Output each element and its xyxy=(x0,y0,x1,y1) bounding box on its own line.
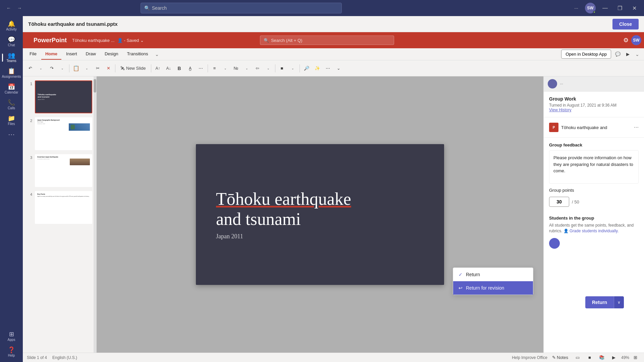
file-header: Tōhoku earthquake and tsunami.pptx Close xyxy=(23,16,644,32)
tab-draw[interactable]: Draw xyxy=(82,49,100,60)
sidebar-item-chat[interactable]: 💬 Chat xyxy=(2,35,21,49)
sidebar-item-calls[interactable]: 📞 Calls xyxy=(2,98,21,112)
fit-slide-button[interactable]: ⊞ xyxy=(631,353,640,362)
undo-dropdown[interactable]: ⌄ xyxy=(36,64,46,73)
user-avatar[interactable]: SW xyxy=(585,3,596,13)
assignment-info-section: Group Work Turned in August 17, 2021 at … xyxy=(544,92,644,117)
numbering-button[interactable]: № xyxy=(231,64,241,73)
chevron-down-icon[interactable]: ⌄ xyxy=(140,38,144,43)
slide-canvas-area: Tōhoku earthquake and tsunami Japan 2011 xyxy=(97,76,543,353)
help-improve-text[interactable]: Help Improve Office xyxy=(512,355,547,360)
slide-thumbnail-2[interactable]: 2 Japan Geographic Background Sea of Jap… xyxy=(25,116,94,152)
return-for-revision-option[interactable]: ↩ Return for revision xyxy=(453,281,533,295)
ppt-user-avatar[interactable]: SW xyxy=(631,35,641,45)
slide-canvas[interactable]: Tōhoku earthquake and tsunami Japan 2011 xyxy=(196,144,444,285)
sidebar-item-files[interactable]: 📁 Files xyxy=(2,113,21,128)
shape-fill-button[interactable]: ■ xyxy=(277,64,287,73)
notes-button[interactable]: ✎ Notes xyxy=(550,353,570,362)
chat-label: Chat xyxy=(8,43,15,47)
return-main-button[interactable]: Return xyxy=(585,296,614,308)
tab-file[interactable]: File xyxy=(25,49,41,60)
tab-transitions[interactable]: Transitions xyxy=(123,49,152,60)
toolbar-more[interactable]: ⋯ xyxy=(323,64,333,73)
cut-button[interactable]: ✂ xyxy=(93,64,102,73)
feedback-section: Group feedback Please provide more infor… xyxy=(544,138,644,212)
slide-img-1[interactable]: Tōhoku earthquakeand tsunami Japan 2011 xyxy=(35,80,92,113)
new-slide-button[interactable]: 🛰 New Slide xyxy=(117,64,149,72)
help-label: Help xyxy=(8,354,15,357)
feedback-text[interactable]: Please provide more information on how t… xyxy=(549,150,639,184)
status-bar: Slide 1 of 4 English (U.S.) Help Improve… xyxy=(23,353,644,362)
align-button[interactable]: ⇦ xyxy=(253,64,262,73)
search-bar[interactable]: 🔍 Search xyxy=(141,3,342,13)
back-button[interactable]: ← xyxy=(4,3,13,13)
present-button[interactable]: ▶ xyxy=(623,50,633,59)
design-ideas-button[interactable]: ✨ xyxy=(313,64,322,73)
return-option[interactable]: ✓ Return xyxy=(453,268,533,281)
search-icon: 🔍 xyxy=(264,38,269,43)
slide-thumbnail-4[interactable]: 4 Key Facts Japan is a country surrounde… xyxy=(25,190,94,225)
close-button[interactable]: Close xyxy=(612,19,639,29)
paste-button[interactable]: 📋 xyxy=(71,64,81,73)
grade-individual-link[interactable]: Grade students individually. xyxy=(570,229,619,233)
close-button[interactable]: ✕ xyxy=(629,3,640,13)
slide-sorter-button[interactable]: ■ xyxy=(585,353,594,362)
assignment-title: Group Work xyxy=(549,96,639,102)
undo-button[interactable]: ↶ xyxy=(25,64,35,73)
gear-icon[interactable]: ⚙ xyxy=(623,37,629,44)
view-history-link[interactable]: View History xyxy=(549,108,639,112)
slide-img-2[interactable]: Japan Geographic Background Sea of Japan… xyxy=(35,117,92,150)
tab-insert[interactable]: Insert xyxy=(62,49,81,60)
redo-dropdown[interactable]: ⌄ xyxy=(58,64,67,73)
reading-view-button[interactable]: 📚 xyxy=(597,353,606,362)
waffle-menu-icon[interactable]: ⁢⁢⁢ xyxy=(25,36,28,45)
sidebar-item-calendar[interactable]: 📅 Calendar xyxy=(2,82,21,96)
sidebar-item-assignments[interactable]: 📋 Assignments xyxy=(2,66,21,80)
slide-img-4[interactable]: Key Facts Japan is a country surrounded … xyxy=(35,191,92,224)
delete-button[interactable]: ✕ xyxy=(104,64,113,73)
normal-view-button[interactable]: ▭ xyxy=(573,353,582,362)
ppt-search-bar[interactable]: 🔍 Search (Alt + Q) xyxy=(260,36,394,45)
paste-dropdown[interactable]: ⌄ xyxy=(82,64,92,73)
tab-design[interactable]: Design xyxy=(101,49,122,60)
bullets-dropdown[interactable]: ⌄ xyxy=(221,64,230,73)
font-size-increase[interactable]: A↑ xyxy=(153,64,163,73)
calendar-label: Calendar xyxy=(5,90,18,94)
slide-thumbnail-3[interactable]: 3 Great East Japan Earthquake The moveme… xyxy=(25,153,94,188)
bold-button[interactable]: B xyxy=(175,64,184,73)
more-options-button[interactable]: ··· xyxy=(572,3,581,13)
tab-home[interactable]: Home xyxy=(41,49,61,60)
minimize-button[interactable]: — xyxy=(600,3,610,13)
return-chevron-button[interactable]: ∨ xyxy=(614,296,624,308)
sidebar-item-more[interactable]: ⋯ xyxy=(2,129,21,140)
right-panel: ··· Group Work Turned in August 17, 2021… xyxy=(543,76,644,353)
bullets-button[interactable]: ≡ xyxy=(210,64,219,73)
slideshow-button[interactable]: ▶ xyxy=(609,353,619,362)
forward-button[interactable]: → xyxy=(15,3,24,13)
maximize-button[interactable]: ❐ xyxy=(614,3,625,13)
file-more-button[interactable]: ⋯ xyxy=(634,125,639,130)
font-color-button[interactable]: A̲ xyxy=(185,64,195,73)
redo-button[interactable]: ↷ xyxy=(47,64,56,73)
open-desktop-button[interactable]: Open in Desktop App xyxy=(561,50,611,59)
font-size-decrease[interactable]: A↓ xyxy=(164,64,173,73)
points-input[interactable] xyxy=(549,197,569,207)
sidebar-item-activity[interactable]: 🔔 Activity xyxy=(2,19,21,33)
language-info: English (U.S.) xyxy=(52,355,77,360)
sidebar-item-help[interactable]: ❓ Help xyxy=(2,345,21,359)
slide-thumbnail-1[interactable]: 1 Tōhoku earthquakeand tsunami Japan 201… xyxy=(25,79,94,115)
numbering-dropdown[interactable]: ⌄ xyxy=(242,64,252,73)
more-formatting[interactable]: ⋯ xyxy=(196,64,206,73)
slide-img-3[interactable]: Great East Japan Earthquake The movement… xyxy=(35,154,92,187)
align-dropdown[interactable]: ⌄ xyxy=(264,64,273,73)
sidebar-item-teams[interactable]: 👥 Teams xyxy=(2,50,21,65)
sidebar-item-apps[interactable]: ⊞ Apps xyxy=(2,329,21,344)
toolbar-expand[interactable]: ⌄ xyxy=(334,64,343,73)
search-icon: 🔍 xyxy=(144,5,150,11)
find-button[interactable]: 🔎 xyxy=(302,64,311,73)
shape-dropdown[interactable]: ⌄ xyxy=(288,64,298,73)
tabs-more-icon[interactable]: ⌄ xyxy=(153,50,161,58)
ribbon-more-button[interactable]: ⌄ xyxy=(633,50,641,58)
ribbon-toolbar: ↶ ⌄ ↷ ⌄ 📋 ⌄ ✂ ✕ 🛰 New Slide A↑ A↓ B A̲ xyxy=(23,60,644,76)
comment-button[interactable]: 💬 xyxy=(613,50,623,59)
